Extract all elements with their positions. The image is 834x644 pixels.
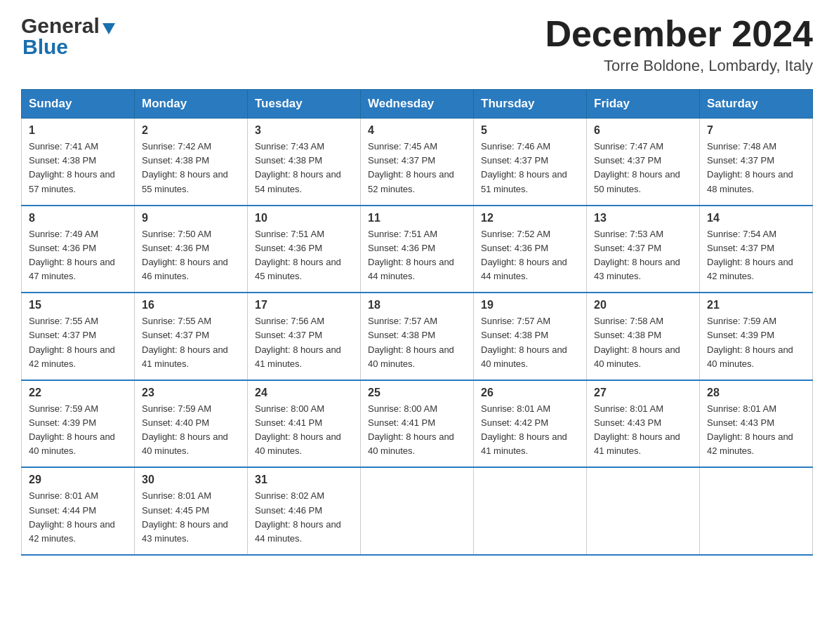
day-info: Sunrise: 8:01 AMSunset: 4:44 PMDaylight:… <box>29 489 127 546</box>
day-number: 2 <box>142 124 240 137</box>
day-number: 10 <box>255 212 353 224</box>
calendar-cell: 30 Sunrise: 8:01 AMSunset: 4:45 PMDaylig… <box>135 467 248 555</box>
day-info: Sunrise: 7:59 AMSunset: 4:40 PMDaylight:… <box>142 402 240 459</box>
day-number: 17 <box>255 299 353 311</box>
calendar-cell <box>474 467 587 555</box>
day-number: 15 <box>29 299 127 311</box>
week-row-5: 29 Sunrise: 8:01 AMSunset: 4:44 PMDaylig… <box>22 467 813 555</box>
calendar-cell: 3 Sunrise: 7:43 AMSunset: 4:38 PMDayligh… <box>248 119 361 206</box>
day-info: Sunrise: 7:59 AMSunset: 4:39 PMDaylight:… <box>29 402 127 459</box>
header-thursday: Thursday <box>474 90 587 119</box>
week-row-2: 8 Sunrise: 7:49 AMSunset: 4:36 PMDayligh… <box>22 206 813 293</box>
calendar-cell <box>587 467 700 555</box>
day-info: Sunrise: 7:46 AMSunset: 4:37 PMDaylight:… <box>481 140 579 196</box>
header-sunday: Sunday <box>22 90 135 119</box>
calendar-cell: 26 Sunrise: 8:01 AMSunset: 4:42 PMDaylig… <box>474 380 587 468</box>
day-info: Sunrise: 8:01 AMSunset: 4:45 PMDaylight:… <box>142 489 240 546</box>
day-number: 5 <box>481 124 579 137</box>
day-info: Sunrise: 7:52 AMSunset: 4:36 PMDaylight:… <box>481 227 579 284</box>
day-info: Sunrise: 7:56 AMSunset: 4:37 PMDaylight:… <box>255 314 353 371</box>
day-info: Sunrise: 8:01 AMSunset: 4:43 PMDaylight:… <box>594 402 692 459</box>
day-number: 22 <box>29 387 127 399</box>
day-number: 13 <box>594 212 692 224</box>
day-number: 6 <box>594 124 692 137</box>
calendar-cell: 14 Sunrise: 7:54 AMSunset: 4:37 PMDaylig… <box>700 206 813 293</box>
calendar-cell: 8 Sunrise: 7:49 AMSunset: 4:36 PMDayligh… <box>22 206 135 293</box>
calendar-cell: 13 Sunrise: 7:53 AMSunset: 4:37 PMDaylig… <box>587 206 700 293</box>
calendar-cell <box>700 467 813 555</box>
day-info: Sunrise: 7:57 AMSunset: 4:38 PMDaylight:… <box>368 314 466 371</box>
day-number: 21 <box>707 299 805 311</box>
logo-general-text: General <box>21 14 100 38</box>
title-block: December 2024 Torre Boldone, Lombardy, I… <box>545 14 813 75</box>
day-info: Sunrise: 7:51 AMSunset: 4:36 PMDaylight:… <box>368 227 466 284</box>
calendar-cell: 4 Sunrise: 7:45 AMSunset: 4:37 PMDayligh… <box>361 119 474 206</box>
calendar-cell: 11 Sunrise: 7:51 AMSunset: 4:36 PMDaylig… <box>361 206 474 293</box>
day-number: 30 <box>142 474 240 486</box>
calendar-cell: 21 Sunrise: 7:59 AMSunset: 4:39 PMDaylig… <box>700 293 813 380</box>
week-row-3: 15 Sunrise: 7:55 AMSunset: 4:37 PMDaylig… <box>22 293 813 380</box>
day-number: 14 <box>707 212 805 224</box>
day-info: Sunrise: 7:54 AMSunset: 4:37 PMDaylight:… <box>707 227 805 284</box>
calendar-cell: 6 Sunrise: 7:47 AMSunset: 4:37 PMDayligh… <box>587 119 700 206</box>
day-number: 25 <box>368 387 466 399</box>
day-number: 27 <box>594 387 692 399</box>
day-number: 19 <box>481 299 579 311</box>
day-info: Sunrise: 7:55 AMSunset: 4:37 PMDaylight:… <box>142 314 240 371</box>
day-info: Sunrise: 7:50 AMSunset: 4:36 PMDaylight:… <box>142 227 240 284</box>
day-number: 28 <box>707 387 805 399</box>
calendar-cell <box>361 467 474 555</box>
calendar-cell: 17 Sunrise: 7:56 AMSunset: 4:37 PMDaylig… <box>248 293 361 380</box>
calendar-cell: 19 Sunrise: 7:57 AMSunset: 4:38 PMDaylig… <box>474 293 587 380</box>
calendar-cell: 15 Sunrise: 7:55 AMSunset: 4:37 PMDaylig… <box>22 293 135 380</box>
day-info: Sunrise: 7:49 AMSunset: 4:36 PMDaylight:… <box>29 227 127 284</box>
day-number: 31 <box>255 474 353 486</box>
day-info: Sunrise: 7:41 AMSunset: 4:38 PMDaylight:… <box>29 140 127 196</box>
header-friday: Friday <box>587 90 700 119</box>
day-info: Sunrise: 7:55 AMSunset: 4:37 PMDaylight:… <box>29 314 127 371</box>
logo-arrow-icon <box>102 23 115 34</box>
day-number: 11 <box>368 212 466 224</box>
day-number: 20 <box>594 299 692 311</box>
day-info: Sunrise: 7:45 AMSunset: 4:37 PMDaylight:… <box>368 140 466 196</box>
day-info: Sunrise: 8:00 AMSunset: 4:41 PMDaylight:… <box>255 402 353 459</box>
calendar-cell: 27 Sunrise: 8:01 AMSunset: 4:43 PMDaylig… <box>587 380 700 468</box>
week-row-1: 1 Sunrise: 7:41 AMSunset: 4:38 PMDayligh… <box>22 119 813 206</box>
calendar-cell: 7 Sunrise: 7:48 AMSunset: 4:37 PMDayligh… <box>700 119 813 206</box>
day-number: 3 <box>255 124 353 137</box>
day-number: 12 <box>481 212 579 224</box>
day-info: Sunrise: 8:01 AMSunset: 4:42 PMDaylight:… <box>481 402 579 459</box>
day-info: Sunrise: 7:43 AMSunset: 4:38 PMDaylight:… <box>255 140 353 196</box>
day-info: Sunrise: 8:00 AMSunset: 4:41 PMDaylight:… <box>368 402 466 459</box>
page-header: General Blue December 2024 Torre Boldone… <box>21 14 813 75</box>
day-info: Sunrise: 7:58 AMSunset: 4:38 PMDaylight:… <box>594 314 692 371</box>
calendar-cell: 18 Sunrise: 7:57 AMSunset: 4:38 PMDaylig… <box>361 293 474 380</box>
day-info: Sunrise: 7:47 AMSunset: 4:37 PMDaylight:… <box>594 140 692 196</box>
logo: General Blue <box>21 14 115 59</box>
day-info: Sunrise: 8:02 AMSunset: 4:46 PMDaylight:… <box>255 489 353 546</box>
calendar-cell: 16 Sunrise: 7:55 AMSunset: 4:37 PMDaylig… <box>135 293 248 380</box>
location-subtitle: Torre Boldone, Lombardy, Italy <box>545 57 813 75</box>
header-monday: Monday <box>135 90 248 119</box>
calendar-cell: 5 Sunrise: 7:46 AMSunset: 4:37 PMDayligh… <box>474 119 587 206</box>
day-number: 1 <box>29 124 127 137</box>
logo-blue-text: Blue <box>22 35 68 59</box>
day-info: Sunrise: 8:01 AMSunset: 4:43 PMDaylight:… <box>707 402 805 459</box>
calendar-cell: 24 Sunrise: 8:00 AMSunset: 4:41 PMDaylig… <box>248 380 361 468</box>
calendar-cell: 12 Sunrise: 7:52 AMSunset: 4:36 PMDaylig… <box>474 206 587 293</box>
calendar-cell: 25 Sunrise: 8:00 AMSunset: 4:41 PMDaylig… <box>361 380 474 468</box>
calendar-table: SundayMondayTuesdayWednesdayThursdayFrid… <box>21 89 813 556</box>
header-tuesday: Tuesday <box>248 90 361 119</box>
calendar-cell: 31 Sunrise: 8:02 AMSunset: 4:46 PMDaylig… <box>248 467 361 555</box>
day-info: Sunrise: 7:48 AMSunset: 4:37 PMDaylight:… <box>707 140 805 196</box>
day-info: Sunrise: 7:57 AMSunset: 4:38 PMDaylight:… <box>481 314 579 371</box>
day-number: 4 <box>368 124 466 137</box>
calendar-cell: 1 Sunrise: 7:41 AMSunset: 4:38 PMDayligh… <box>22 119 135 206</box>
header-saturday: Saturday <box>700 90 813 119</box>
day-info: Sunrise: 7:42 AMSunset: 4:38 PMDaylight:… <box>142 140 240 196</box>
week-row-4: 22 Sunrise: 7:59 AMSunset: 4:39 PMDaylig… <box>22 380 813 468</box>
calendar-cell: 22 Sunrise: 7:59 AMSunset: 4:39 PMDaylig… <box>22 380 135 468</box>
day-number: 9 <box>142 212 240 224</box>
weekday-header-row: SundayMondayTuesdayWednesdayThursdayFrid… <box>22 90 813 119</box>
calendar-cell: 28 Sunrise: 8:01 AMSunset: 4:43 PMDaylig… <box>700 380 813 468</box>
